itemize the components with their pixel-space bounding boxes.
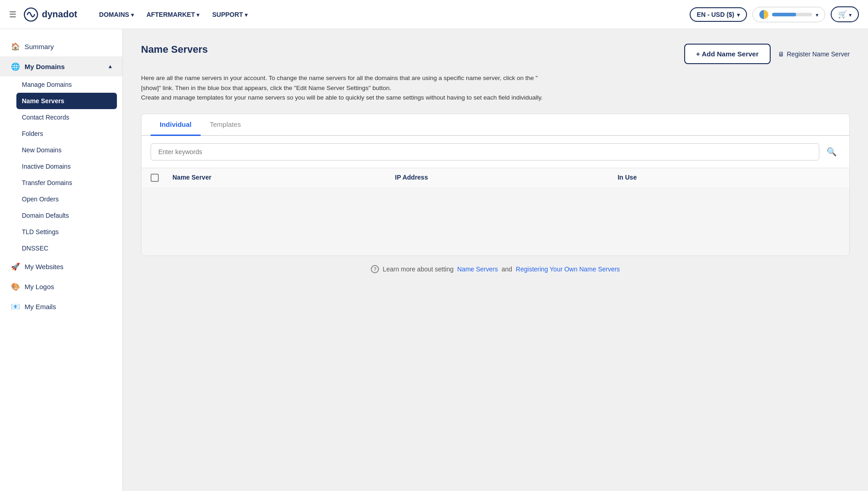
name-servers-label: Name Servers bbox=[22, 97, 64, 105]
globe-icon: 🌐 bbox=[11, 62, 20, 71]
sidebar-item-transfer-domains[interactable]: Transfer Domains bbox=[22, 175, 122, 191]
language-selector[interactable]: EN - USD ($) bbox=[690, 7, 747, 22]
description-block: Here are all the name servers in your ac… bbox=[141, 73, 550, 103]
dnssec-label: DNSSEC bbox=[22, 245, 48, 252]
sidebar-item-summary[interactable]: 🏠 Summary bbox=[0, 36, 122, 56]
table-col-in-use: In Use bbox=[618, 174, 840, 182]
balance-selector[interactable] bbox=[752, 7, 825, 22]
transfer-domains-label: Transfer Domains bbox=[22, 179, 72, 186]
domains-chevron-icon bbox=[131, 11, 134, 18]
tabs: Individual Templates bbox=[141, 114, 849, 136]
folders-label: Folders bbox=[22, 130, 43, 137]
description-line1: Here are all the name servers in your ac… bbox=[141, 73, 550, 93]
balance-bar-fill bbox=[772, 13, 796, 16]
logo[interactable]: dynadot bbox=[24, 7, 77, 22]
nav-links: DOMAINS AFTERMARKET SUPPORT bbox=[94, 7, 253, 22]
logo-sidebar-icon: 🎨 bbox=[11, 282, 20, 291]
search-button[interactable]: 🔍 bbox=[823, 143, 840, 160]
sidebar-item-tld-settings[interactable]: TLD Settings bbox=[22, 224, 122, 240]
balance-bar bbox=[772, 13, 812, 16]
help-icon: ? bbox=[371, 265, 379, 273]
main-content: Name Servers + Add Name Server 🖥 Registe… bbox=[123, 29, 868, 491]
my-emails-label: My Emails bbox=[25, 303, 56, 311]
help-and-text: and bbox=[501, 266, 512, 273]
page-title: Name Servers bbox=[141, 44, 208, 55]
sidebar-my-domains-label: My Domains bbox=[25, 63, 65, 70]
my-websites-label: My Websites bbox=[25, 263, 64, 271]
register-name-server-button[interactable]: 🖥 Register Name Server bbox=[778, 50, 850, 58]
rocket-icon: 🚀 bbox=[11, 262, 20, 271]
table-body bbox=[141, 187, 849, 256]
home-icon: 🏠 bbox=[11, 42, 20, 51]
sidebar-item-contact-records[interactable]: Contact Records bbox=[22, 109, 122, 125]
name-servers-card: Individual Templates 🔍 Name Server I bbox=[141, 114, 850, 256]
top-navigation: ☰ dynadot DOMAINS AFTERMARKET SUPPORT bbox=[0, 0, 868, 29]
sidebar-item-name-servers[interactable]: Name Servers bbox=[16, 93, 117, 109]
search-input[interactable] bbox=[151, 143, 819, 160]
aftermarket-chevron-icon bbox=[197, 11, 199, 18]
table-col-ip-address: IP Address bbox=[395, 174, 617, 182]
cart-chevron-icon bbox=[849, 10, 852, 19]
page-header: Name Servers + Add Name Server 🖥 Registe… bbox=[141, 44, 850, 64]
support-chevron-icon bbox=[245, 11, 247, 18]
help-text: Learn more about setting bbox=[383, 266, 454, 273]
sidebar-item-my-emails[interactable]: 📧 My Emails bbox=[0, 296, 122, 316]
cart-icon: 🛒 bbox=[838, 10, 847, 19]
help-link-name-servers[interactable]: Name Servers bbox=[457, 266, 498, 273]
balance-icon bbox=[759, 10, 768, 19]
header-actions: + Add Name Server 🖥 Register Name Server bbox=[684, 44, 850, 64]
sidebar-sub-menu: Manage Domains Name Servers Contact Reco… bbox=[0, 76, 122, 256]
sidebar-item-inactive-domains[interactable]: Inactive Domains bbox=[22, 158, 122, 175]
sidebar-item-dnssec[interactable]: DNSSEC bbox=[22, 240, 122, 256]
tab-templates-label: Templates bbox=[210, 120, 241, 128]
sidebar-my-domains-header[interactable]: 🌐 My Domains bbox=[0, 56, 122, 76]
tab-templates[interactable]: Templates bbox=[201, 114, 250, 136]
sidebar-summary-label: Summary bbox=[25, 43, 54, 50]
sidebar-item-open-orders[interactable]: Open Orders bbox=[22, 191, 122, 207]
sidebar-item-folders[interactable]: Folders bbox=[22, 125, 122, 142]
logo-text: dynadot bbox=[42, 9, 77, 20]
tab-individual-label: Individual bbox=[160, 120, 192, 128]
manage-domains-label: Manage Domains bbox=[22, 81, 72, 88]
sidebar-item-my-logos[interactable]: 🎨 My Logos bbox=[0, 276, 122, 296]
sidebar: 🏠 Summary 🌐 My Domains Manage Domains Na… bbox=[0, 29, 123, 491]
inactive-domains-label: Inactive Domains bbox=[22, 163, 71, 170]
contact-records-label: Contact Records bbox=[22, 114, 69, 121]
table-col-checkbox bbox=[151, 174, 172, 182]
sidebar-item-new-domains[interactable]: New Domains bbox=[22, 142, 122, 158]
new-domains-label: New Domains bbox=[22, 146, 61, 154]
add-name-server-button[interactable]: + Add Name Server bbox=[684, 44, 770, 64]
nav-support[interactable]: SUPPORT bbox=[207, 7, 253, 22]
my-domains-chevron-icon bbox=[109, 63, 111, 70]
lang-text: EN - USD ($) bbox=[697, 11, 734, 18]
sidebar-item-my-websites[interactable]: 🚀 My Websites bbox=[0, 256, 122, 276]
select-all-checkbox[interactable] bbox=[151, 174, 159, 182]
table-header: Name Server IP Address In Use bbox=[141, 168, 849, 187]
hamburger-menu[interactable]: ☰ bbox=[9, 10, 16, 20]
lang-chevron-icon bbox=[737, 11, 740, 18]
search-icon: 🔍 bbox=[827, 147, 837, 156]
server-icon: 🖥 bbox=[778, 50, 784, 58]
help-row: ? Learn more about setting Name Servers … bbox=[141, 256, 850, 282]
sidebar-item-domain-defaults[interactable]: Domain Defaults bbox=[22, 207, 122, 224]
help-link-register-own[interactable]: Registering Your Own Name Servers bbox=[516, 266, 620, 273]
table-col-name-server: Name Server bbox=[172, 174, 395, 182]
page-layout: 🏠 Summary 🌐 My Domains Manage Domains Na… bbox=[0, 29, 868, 491]
register-ns-label: Register Name Server bbox=[787, 50, 850, 58]
logo-icon bbox=[24, 7, 38, 22]
balance-chevron-icon bbox=[816, 11, 818, 18]
description-line2: Create and manage templates for your nam… bbox=[141, 93, 550, 103]
domain-defaults-label: Domain Defaults bbox=[22, 212, 69, 219]
search-row: 🔍 bbox=[141, 136, 849, 168]
email-icon: 📧 bbox=[11, 302, 20, 311]
sidebar-item-manage-domains[interactable]: Manage Domains bbox=[22, 76, 122, 93]
open-orders-label: Open Orders bbox=[22, 195, 59, 203]
tab-individual[interactable]: Individual bbox=[151, 114, 201, 136]
nav-aftermarket[interactable]: AFTERMARKET bbox=[141, 7, 205, 22]
my-logos-label: My Logos bbox=[25, 283, 54, 291]
tld-settings-label: TLD Settings bbox=[22, 228, 59, 235]
cart-button[interactable]: 🛒 bbox=[831, 6, 859, 22]
nav-domains[interactable]: DOMAINS bbox=[94, 7, 139, 22]
